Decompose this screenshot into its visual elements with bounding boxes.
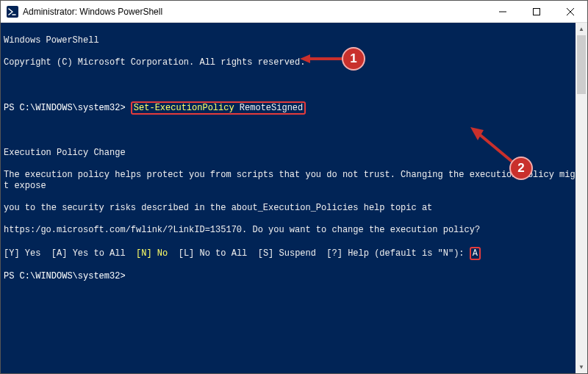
powershell-window: Administrator: Windows PowerShell Window… xyxy=(0,0,588,374)
annotation-number-2: 2 xyxy=(517,161,524,176)
option-yes-all: [A] Yes to All xyxy=(51,248,126,259)
minimize-button[interactable] xyxy=(486,1,520,22)
vertical-scrollbar[interactable]: ▲ ▼ xyxy=(576,23,587,373)
option-yes: [Y] Yes xyxy=(4,248,40,259)
terminal-body[interactable]: Windows PowerShell Copyright (C) Microso… xyxy=(1,23,587,373)
answer-input: A xyxy=(473,248,478,259)
close-button[interactable] xyxy=(553,1,587,22)
annotation-bubble-2: 2 xyxy=(509,157,533,180)
command-name: Set-ExecutionPolicy xyxy=(134,103,234,113)
powershell-icon xyxy=(7,6,18,18)
scroll-thumb[interactable] xyxy=(577,35,586,94)
confirm-text-3: https:/go.microsoft.com/fwlink/?LinkID=1… xyxy=(4,225,480,235)
option-no-default: [N] No xyxy=(136,248,168,259)
command-arg: RemoteSigned xyxy=(234,103,304,113)
window-controls xyxy=(486,1,587,22)
prompt-2: PS C:\WINDOWS\system32> xyxy=(4,271,126,281)
option-help: [?] Help (default is "N"): xyxy=(326,248,469,259)
annotation-number-1: 1 xyxy=(350,51,356,66)
option-no-all: [L] No to All xyxy=(179,248,248,259)
scroll-track[interactable] xyxy=(576,35,587,361)
confirm-heading: Execution Policy Change xyxy=(4,148,126,158)
annotation-bubble-1: 1 xyxy=(342,47,365,71)
maximize-button[interactable] xyxy=(520,1,553,22)
highlight-answer: A xyxy=(470,247,481,260)
confirm-text-2: you to the security risks described in t… xyxy=(4,203,432,213)
banner-line-2: Copyright (C) Microsoft Corporation. All… xyxy=(4,57,305,68)
option-suspend: [S] Suspend xyxy=(258,248,316,259)
scroll-down-button[interactable]: ▼ xyxy=(576,361,587,373)
banner-line-1: Windows PowerShell xyxy=(4,35,99,46)
confirm-text-1: The execution policy helps protect you f… xyxy=(4,170,581,191)
titlebar[interactable]: Administrator: Windows PowerShell xyxy=(1,1,587,23)
highlight-command: Set-ExecutionPolicy RemoteSigned xyxy=(131,101,306,115)
svg-rect-3 xyxy=(534,8,540,15)
prompt-1: PS C:\WINDOWS\system32> xyxy=(4,103,131,113)
window-title: Administrator: Windows PowerShell xyxy=(23,7,486,17)
scroll-up-button[interactable]: ▲ xyxy=(576,23,587,35)
